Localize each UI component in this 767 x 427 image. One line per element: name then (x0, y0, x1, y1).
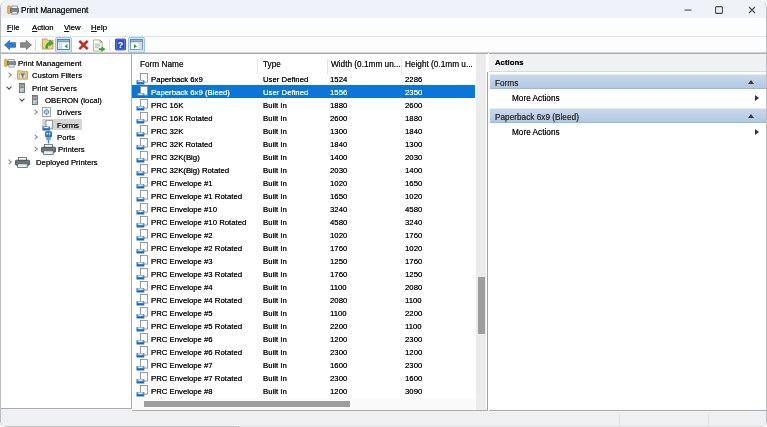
svg-text:?: ? (117, 39, 122, 49)
